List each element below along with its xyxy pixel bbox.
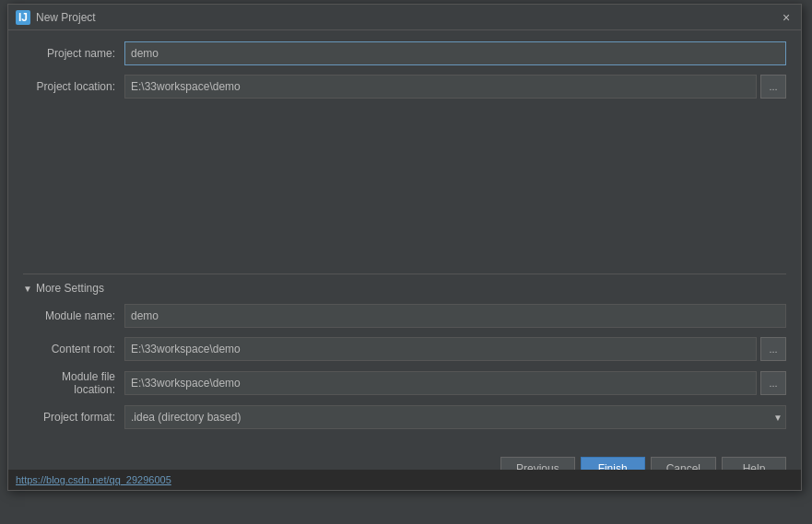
project-format-select[interactable]: .idea (directory based) Eclipse (.classp… bbox=[124, 405, 786, 429]
module-file-location-label: Module file location: bbox=[23, 370, 124, 396]
title-bar: IJ New Project × bbox=[8, 5, 801, 30]
dialog-title: New Project bbox=[36, 11, 96, 24]
module-name-label: Module name: bbox=[23, 309, 124, 322]
project-name-input-wrap bbox=[124, 41, 786, 65]
module-file-location-row: Module file location: ... bbox=[23, 370, 786, 396]
status-link[interactable]: https://blog.csdn.net/qq_29296005 bbox=[16, 474, 171, 485]
content-root-label: Content root: bbox=[23, 343, 124, 355]
project-location-browse-button[interactable]: ... bbox=[760, 75, 786, 99]
project-location-input-wrap: ... bbox=[124, 75, 786, 99]
project-name-label: Project name: bbox=[23, 47, 124, 60]
project-format-select-wrap: .idea (directory based) Eclipse (.classp… bbox=[124, 405, 786, 429]
project-location-row: Project location: ... bbox=[23, 75, 786, 99]
content-root-row: Content root: ... bbox=[23, 337, 786, 361]
content-root-input-wrap: ... bbox=[124, 337, 786, 361]
module-name-input-wrap bbox=[124, 304, 786, 328]
module-name-input[interactable] bbox=[124, 304, 786, 328]
content-root-browse-button[interactable]: ... bbox=[760, 337, 786, 361]
close-button[interactable]: × bbox=[779, 10, 794, 25]
module-file-location-input[interactable] bbox=[124, 371, 757, 395]
title-bar-left: IJ New Project bbox=[16, 10, 96, 25]
dialog-body: Project name: Project location: ... ▼ Mo… bbox=[8, 30, 801, 449]
project-format-row: Project format: .idea (directory based) … bbox=[23, 405, 786, 429]
project-name-row: Project name: bbox=[23, 41, 786, 65]
more-settings-header[interactable]: ▼ More Settings bbox=[23, 282, 786, 295]
project-format-select-container: .idea (directory based) Eclipse (.classp… bbox=[124, 405, 786, 429]
chevron-down-icon: ▼ bbox=[23, 284, 32, 294]
more-settings-label: More Settings bbox=[36, 282, 104, 295]
module-file-location-browse-button[interactable]: ... bbox=[760, 371, 786, 395]
project-location-input[interactable] bbox=[124, 75, 757, 99]
status-bar: https://blog.csdn.net/qq_29296005 bbox=[8, 470, 801, 490]
project-location-label: Project location: bbox=[23, 80, 124, 93]
new-project-dialog: IJ New Project × Project name: Project l… bbox=[7, 4, 802, 491]
project-format-label: Project format: bbox=[23, 411, 124, 424]
content-root-input[interactable] bbox=[124, 337, 757, 361]
module-name-row: Module name: bbox=[23, 304, 786, 328]
module-file-location-input-wrap: ... bbox=[124, 371, 786, 395]
spacer bbox=[23, 108, 786, 274]
more-settings-section: ▼ More Settings Module name: Content roo… bbox=[23, 274, 786, 429]
project-name-input[interactable] bbox=[124, 41, 786, 65]
app-icon: IJ bbox=[16, 10, 30, 25]
